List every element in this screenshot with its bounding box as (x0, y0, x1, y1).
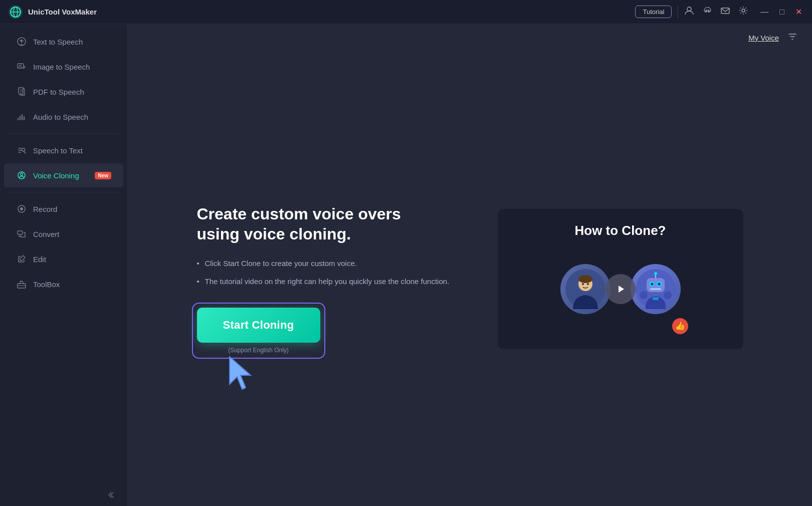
titlebar-icons (684, 6, 748, 18)
sidebar-item-audio-to-speech[interactable]: Audio to Speech (4, 105, 123, 129)
voice-cloning-area: Create custom voice oversusing voice clo… (128, 52, 812, 506)
vc-video-avatars (560, 264, 681, 314)
svg-point-12 (21, 65, 22, 66)
svg-rect-17 (24, 116, 25, 120)
record-icon (16, 204, 27, 214)
logo-icon (8, 5, 23, 20)
discord-icon[interactable] (702, 6, 712, 18)
speech-to-text-icon (16, 145, 27, 155)
svg-point-44 (640, 291, 648, 299)
main-topbar: My Voice (128, 24, 812, 52)
sidebar-label-image-to-speech: Image to Speech (33, 63, 111, 71)
new-badge: New (95, 172, 111, 179)
sidebar-item-image-to-speech[interactable]: Image to Speech (4, 55, 123, 79)
sidebar-label-text-to-speech: Text to Speech (33, 38, 111, 46)
image-to-speech-icon (16, 62, 27, 72)
titlebar: UnicTool VoxMaker Tutorial (0, 0, 812, 24)
svg-point-38 (651, 283, 653, 285)
sidebar-divider-2 (8, 192, 119, 192)
vc-bullet-2: The tutorial video on the right can help… (197, 276, 468, 288)
maximize-button[interactable]: □ (777, 7, 786, 18)
sidebar-label-voice-cloning: Voice Cloning (33, 171, 89, 180)
minimize-button[interactable]: — (758, 7, 770, 18)
sidebar-label-toolbox: ToolBox (33, 280, 111, 289)
adjust-icon[interactable] (787, 31, 798, 45)
voice-cloning-icon (16, 170, 27, 180)
play-button[interactable] (605, 274, 636, 304)
pdf-to-speech-icon (16, 87, 27, 97)
close-button[interactable]: ✕ (793, 6, 804, 18)
svg-point-39 (658, 283, 660, 285)
vc-left-panel: Create custom voice oversusing voice clo… (197, 204, 468, 354)
mail-icon[interactable] (720, 6, 730, 18)
svg-rect-10 (21, 40, 22, 43)
svg-point-20 (21, 173, 23, 176)
app-logo: UnicTool VoxMaker (8, 5, 97, 20)
svg-point-4 (687, 7, 691, 11)
sidebar-item-convert[interactable]: Convert (4, 222, 123, 246)
sidebar: Text to Speech Image to Speech (0, 24, 128, 506)
sidebar-label-record: Record (33, 205, 111, 213)
sidebar-item-text-to-speech[interactable]: Text to Speech (4, 30, 123, 54)
svg-point-31 (582, 283, 584, 285)
vc-heading: Create custom voice oversusing voice clo… (197, 204, 468, 244)
svg-point-22 (20, 207, 23, 210)
svg-rect-16 (22, 114, 23, 120)
vc-bullets: Click Start Clone to create your custom … (197, 258, 468, 288)
sidebar-collapse-button[interactable] (0, 484, 127, 506)
titlebar-divider (678, 6, 678, 18)
support-text: (Support English Only) (197, 347, 320, 354)
vc-video-title: How to Clone? (575, 223, 666, 238)
convert-icon (16, 229, 27, 239)
svg-point-5 (706, 10, 707, 11)
vc-video-panel: How to Clone? (498, 209, 743, 349)
svg-point-6 (708, 10, 709, 11)
user-icon[interactable] (684, 6, 694, 18)
app-body: Text to Speech Image to Speech (0, 24, 812, 506)
settings-icon[interactable] (738, 6, 748, 18)
sidebar-label-convert: Convert (33, 230, 111, 238)
like-icon: 👍 (675, 321, 685, 331)
svg-rect-14 (18, 118, 19, 120)
main-content: My Voice Create custom voice oversusing … (128, 24, 812, 506)
svg-rect-15 (20, 116, 21, 120)
sidebar-label-edit: Edit (33, 255, 111, 264)
sidebar-item-pdf-to-speech[interactable]: PDF to Speech (4, 80, 123, 104)
sidebar-divider-1 (8, 133, 119, 134)
start-cloning-button[interactable]: Start Cloning (197, 308, 320, 343)
sidebar-label-pdf-to-speech: PDF to Speech (33, 88, 111, 96)
sidebar-item-edit[interactable]: Edit (4, 247, 123, 271)
sidebar-label-speech-to-text: Speech to Text (33, 146, 111, 155)
my-voice-link[interactable]: My Voice (748, 34, 779, 42)
svg-point-45 (664, 291, 672, 299)
sidebar-item-toolbox[interactable]: ToolBox (4, 272, 123, 296)
audio-to-speech-icon (16, 112, 27, 122)
avatar-person (560, 264, 611, 314)
sidebar-label-audio-to-speech: Audio to Speech (33, 113, 111, 121)
sidebar-item-record[interactable]: Record (4, 197, 123, 221)
sidebar-item-voice-cloning[interactable]: Voice Cloning New (4, 163, 123, 187)
app-title: UnicTool VoxMaker (28, 8, 97, 16)
svg-point-8 (742, 9, 745, 12)
svg-marker-27 (230, 357, 251, 389)
sidebar-item-speech-to-text[interactable]: Speech to Text (4, 138, 123, 162)
svg-point-18 (22, 148, 25, 151)
text-to-speech-icon (16, 37, 27, 47)
tutorial-button[interactable]: Tutorial (635, 6, 672, 18)
like-badge: 👍 (672, 318, 688, 334)
toolbox-icon (16, 279, 27, 289)
svg-point-30 (578, 275, 592, 283)
vc-bullet-1: Click Start Clone to create your custom … (197, 258, 468, 270)
svg-rect-23 (18, 231, 23, 234)
svg-rect-43 (653, 297, 659, 300)
svg-rect-40 (650, 288, 661, 290)
svg-rect-7 (721, 8, 729, 14)
svg-point-42 (654, 272, 657, 275)
start-cloning-area: Start Cloning (Support English Only) (197, 308, 320, 354)
cursor-pointer (225, 352, 255, 394)
svg-point-32 (587, 283, 589, 285)
window-controls: — □ ✕ (758, 6, 804, 18)
edit-icon (16, 254, 27, 264)
svg-marker-33 (619, 286, 624, 293)
avatar-robot (631, 264, 681, 314)
